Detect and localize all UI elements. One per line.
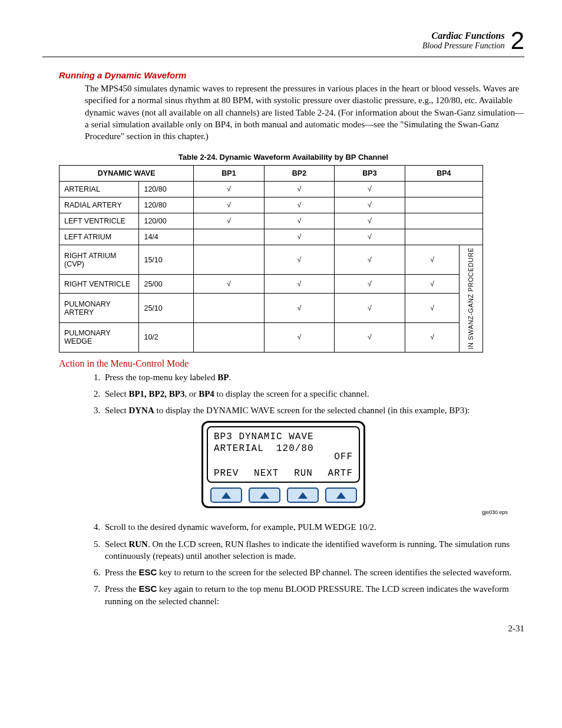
lcd-off: OFF [334,451,353,463]
header-rule [42,57,524,57]
waveform-table: DYNAMIC WAVE BP1 BP2 BP3 BP4 ARTERIAL 12… [59,165,483,352]
up-triangle-icon [260,492,269,499]
table-row: PULMONARY ARTERY 25/10 √ √ √ [59,294,483,323]
table-row: RIGHT ATRIUM (CVP) 15/10 √ √ √ IN SWANZ-… [59,245,483,275]
table-row: PULMONARY WEDGE 10/2 √ √ √ [59,323,483,353]
softkey-button [287,487,319,503]
table-row: LEFT ATRIUM 14/4 √ √ [59,229,483,245]
lcd-screen: BP3 DYNAMIC WAVE ARTERIAL 120/80 OFF PRE… [207,426,360,483]
table-caption: Table 2-24. Dynamic Waveform Availabilit… [42,153,524,162]
table-row: RADIAL ARTERY 120/80 √ √ √ [59,197,483,213]
section-heading: Running a Dynamic Waveform [59,70,524,80]
softkey-button [249,487,280,503]
figure-filename: gje030.eps [42,509,508,515]
page-header: Cardiac Functions Blood Pressure Functio… [42,28,524,53]
list-item: Press the ESC key again to return to the… [103,583,524,607]
lcd-softkey-next: NEXT [254,467,279,479]
list-item: Select DYNA to display the DYNAMIC WAVE … [103,404,524,416]
th-bp2: BP2 [264,166,334,182]
lcd-softkey-artf: ARTF [328,467,353,479]
lcd-line-2: ARTERIAL 120/80 [214,443,353,454]
side-label: IN SWANZ-GANZ PROCEDURE [459,245,483,352]
softkey-button [210,487,242,503]
table-row: RIGHT VENTRICLE 25/00 √ √ √ √ [59,274,483,294]
lcd-line-1: BP3 DYNAMIC WAVE [214,431,353,443]
page-number: 2-31 [42,624,524,634]
list-item: Press the top-menu key labeled BP. [103,371,524,383]
list-item: Scroll to the desired dynamic waveform, … [103,521,524,533]
up-triangle-icon [336,492,346,499]
header-title-sub: Blood Pressure Function [422,41,505,51]
th-bp3: BP3 [335,166,405,182]
table-row: ARTERIAL 120/80 √ √ √ [59,182,483,197]
th-bp4: BP4 [405,166,482,182]
softkey-button [325,487,357,503]
th-bp1: BP1 [194,166,264,182]
subsection-heading: Action in the Menu-Control Mode [59,358,524,369]
chapter-number: 2 [511,28,524,53]
th-wave: DYNAMIC WAVE [59,166,194,182]
up-triangle-icon [298,492,308,499]
lcd-figure: BP3 DYNAMIC WAVE ARTERIAL 120/80 OFF PRE… [42,421,524,508]
list-item: Press the ESC key to return to the scree… [103,566,524,578]
steps-list-cont: Scroll to the desired dynamic waveform, … [85,521,524,607]
body-paragraph: The MPS450 simulates dynamic waves to re… [85,83,524,142]
table-row: LEFT VENTRICLE 120/00 √ √ √ [59,213,483,229]
lcd-softkey-prev: PREV [214,467,239,479]
lcd-softkey-run: RUN [294,467,313,479]
list-item: Select BP1, BP2, BP3, or BP4 to display … [103,388,524,400]
header-title-main: Cardiac Functions [422,31,505,41]
list-item: Select RUN. On the LCD screen, RUN flash… [103,538,524,562]
steps-list: Press the top-menu key labeled BP. Selec… [85,371,524,417]
up-triangle-icon [222,492,231,499]
